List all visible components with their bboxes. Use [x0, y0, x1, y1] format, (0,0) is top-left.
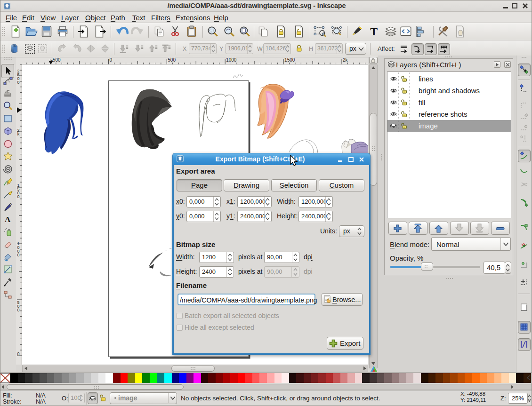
- svg-text:1000: 1000: [226, 57, 237, 63]
- svg-text:0: 0: [109, 57, 112, 63]
- svg-text:A: A: [5, 215, 11, 224]
- svg-text:1500: 1500: [284, 57, 295, 63]
- svg-text:500: 500: [168, 57, 176, 63]
- svg-text:T: T: [370, 25, 378, 38]
- svg-text:2k: 2k: [343, 57, 348, 63]
